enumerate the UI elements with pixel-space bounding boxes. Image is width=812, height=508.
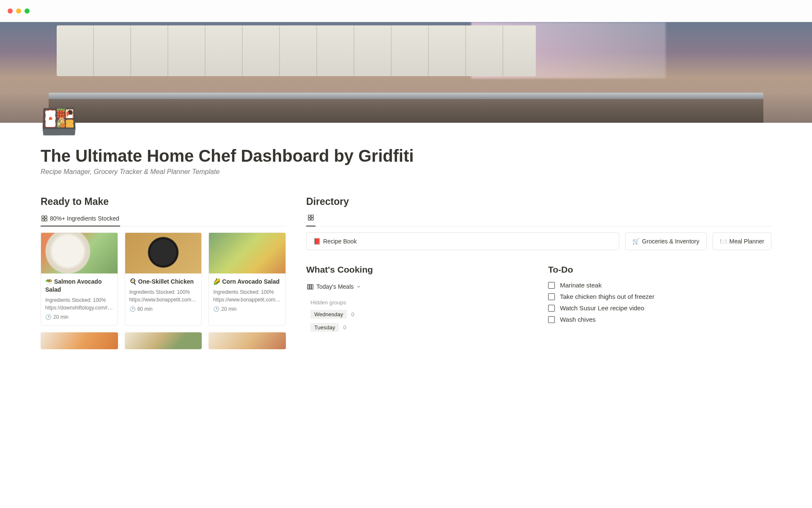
todo-text: Wash chives — [560, 316, 595, 323]
directory-tabs — [306, 213, 771, 226]
recipe-thumbnail — [41, 233, 118, 273]
checkbox[interactable] — [548, 293, 555, 300]
svg-rect-2 — [42, 219, 44, 221]
clock-icon: 🕑 — [45, 314, 52, 320]
svg-rect-5 — [311, 215, 313, 217]
page-icon[interactable]: 🍱 — [41, 107, 77, 136]
svg-rect-4 — [308, 215, 310, 217]
board-view-icon — [307, 284, 313, 290]
cover-image[interactable] — [0, 22, 812, 123]
group-chip: Tuesday — [310, 323, 339, 332]
recipe-card-grid: 🥗 Salmon Avocado Salad Ingredients Stock… — [41, 232, 286, 349]
minimize-window-icon[interactable] — [16, 8, 21, 14]
svg-rect-7 — [311, 218, 313, 220]
recipe-card[interactable] — [125, 332, 202, 349]
whats-cooking-heading: What's Cooking — [306, 265, 529, 275]
hidden-groups-label[interactable]: Hidden groups — [306, 299, 529, 306]
ready-heading: Ready to Make — [41, 196, 286, 207]
meal-planner-button[interactable]: 🍽️Meal Planner — [713, 232, 772, 250]
todo-item[interactable]: Wash chives — [548, 316, 771, 323]
recipe-book-button[interactable]: 📕Recipe Book — [306, 232, 619, 250]
chevron-down-icon — [357, 283, 361, 290]
tab-label: 80%+ Ingredients Stocked — [50, 215, 119, 222]
svg-rect-1 — [45, 216, 47, 218]
todo-heading: To-Do — [548, 265, 771, 275]
group-row[interactable]: Tuesday 0 — [306, 323, 529, 332]
gallery-view-icon — [41, 215, 47, 221]
fullscreen-window-icon[interactable] — [25, 8, 30, 14]
close-window-icon[interactable] — [8, 8, 13, 14]
todo-item[interactable]: Take chicken thighs out of freezer — [548, 293, 771, 300]
recipe-card[interactable]: 🌽 Corn Avocado Salad Ingredients Stocked… — [208, 232, 286, 326]
recipe-url: https://downshiftology.com/reci — [45, 305, 113, 311]
recipe-time: 🕑20 min — [45, 314, 113, 320]
todo-item[interactable]: Marinate steak — [548, 282, 771, 289]
recipe-card[interactable]: 🥗 Salmon Avocado Salad Ingredients Stock… — [41, 232, 118, 326]
svg-rect-6 — [308, 218, 310, 220]
recipe-card[interactable]: 🍳 One-Skillet Chicken Ingredients Stocke… — [125, 232, 202, 326]
groceries-button[interactable]: 🛒Groceries & Inventory — [625, 232, 706, 250]
page-title[interactable]: The Ultimate Home Chef Dashboard by Grid… — [41, 146, 771, 166]
todo-text: Watch Susur Lee recipe video — [560, 304, 645, 312]
recipe-title: 🍳 One-Skillet Chicken — [129, 278, 198, 286]
group-chip: Wednesday — [310, 310, 347, 319]
svg-rect-9 — [310, 284, 311, 289]
svg-rect-0 — [42, 216, 44, 218]
clock-icon: 🕑 — [213, 306, 219, 312]
recipe-thumbnail — [209, 233, 285, 273]
recipe-title: 🥗 Salmon Avocado Salad — [45, 278, 113, 294]
recipe-card[interactable] — [41, 332, 118, 349]
recipe-stocked: Ingredients Stocked: 100% — [213, 289, 281, 295]
recipe-title: 🌽 Corn Avocado Salad — [213, 278, 281, 286]
todo-text: Take chicken thighs out of freezer — [560, 293, 654, 300]
group-row[interactable]: Wednesday 0 — [306, 310, 529, 319]
checkbox[interactable] — [548, 316, 555, 323]
view-label: Today's Meals — [316, 283, 354, 290]
gallery-view-icon — [308, 215, 314, 221]
recipe-time: 🕑20 min — [213, 306, 281, 312]
todo-text: Marinate steak — [560, 282, 601, 289]
recipe-time: 🕑60 min — [129, 306, 198, 312]
recipe-url: https://www.bonappetit.com/co — [213, 297, 281, 303]
recipe-thumbnail — [125, 233, 202, 273]
directory-buttons: 📕Recipe Book 🛒Groceries & Inventory 🍽️Me… — [306, 232, 771, 250]
recipe-stocked: Ingredients Stocked: 100% — [129, 289, 198, 295]
group-count: 0 — [351, 311, 354, 318]
svg-rect-8 — [307, 284, 309, 289]
checkbox[interactable] — [548, 282, 555, 289]
window-titlebar — [0, 0, 812, 22]
svg-rect-3 — [45, 219, 47, 221]
ready-tabs: 80%+ Ingredients Stocked — [41, 213, 286, 226]
clock-icon: 🕑 — [129, 306, 136, 312]
recipe-stocked: Ingredients Stocked: 100% — [45, 297, 113, 303]
todo-item[interactable]: Watch Susur Lee recipe video — [548, 304, 771, 312]
tab-gallery-view[interactable] — [306, 213, 315, 226]
todays-meals-view[interactable]: Today's Meals — [306, 282, 362, 292]
tab-ingredients-stocked[interactable]: 80%+ Ingredients Stocked — [41, 213, 120, 226]
page-subtitle[interactable]: Recipe Manager, Grocery Tracker & Meal P… — [41, 168, 771, 176]
group-count: 0 — [343, 324, 346, 331]
svg-rect-10 — [311, 284, 313, 289]
directory-heading: Directory — [306, 196, 771, 207]
recipe-card[interactable] — [208, 332, 286, 349]
recipe-url: https://www.bonappetit.com/rec — [129, 297, 198, 303]
checkbox[interactable] — [548, 305, 555, 312]
